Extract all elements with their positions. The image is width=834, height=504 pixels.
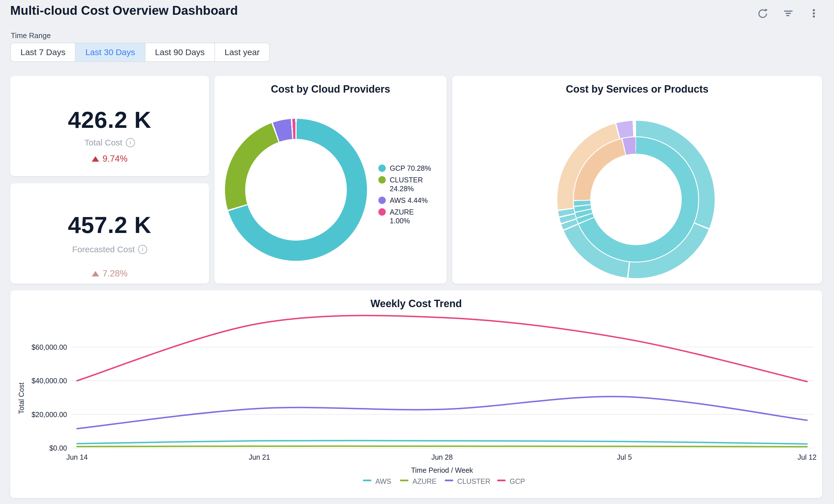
svg-text:Jul 5: Jul 5 xyxy=(617,453,632,461)
total-cost-delta: 9.74% xyxy=(10,154,209,164)
forecasted-cost-label: Forecasted Cost i xyxy=(10,245,209,254)
header-actions xyxy=(757,7,820,19)
forecasted-cost-value: 457.2 K xyxy=(10,212,209,238)
legend-dot xyxy=(378,165,386,172)
legend-dot xyxy=(378,208,386,216)
info-icon[interactable]: i xyxy=(126,138,135,147)
legend-item-azure[interactable]: AZURE 1.00% xyxy=(378,208,435,225)
weekly-trend-card: Weekly Cost Trend $0.00$20,000.00$40,000… xyxy=(10,290,822,498)
arrow-up-icon xyxy=(92,156,99,162)
legend-label: AWS 4.44% xyxy=(390,196,428,205)
svg-text:$60,000.00: $60,000.00 xyxy=(31,343,67,351)
svg-text:GCP: GCP xyxy=(510,477,525,485)
time-range-option-3[interactable]: Last year xyxy=(215,43,269,61)
dashboard-page: Multi-cloud Cost Overview Dashboard Time… xyxy=(0,0,834,504)
kebab-menu-icon[interactable] xyxy=(808,7,820,19)
cost-by-providers-card: Cost by Cloud Providers GCP 70.28%CLUSTE… xyxy=(215,76,446,284)
weekly-trend-chart[interactable]: $0.00$20,000.00$40,000.00$60,000.00Jun 1… xyxy=(10,290,822,498)
svg-text:$20,000.00: $20,000.00 xyxy=(31,411,67,418)
svg-text:Jul 12: Jul 12 xyxy=(798,453,817,461)
time-range-option-0[interactable]: Last 7 Days xyxy=(11,43,75,61)
svg-text:AWS: AWS xyxy=(375,477,391,485)
svg-text:$40,000.00: $40,000.00 xyxy=(31,377,67,385)
legend-label: GCP 70.28% xyxy=(390,164,431,173)
time-range-group: Last 7 DaysLast 30 DaysLast 90 DaysLast … xyxy=(10,43,270,62)
svg-text:Time Period / Week: Time Period / Week xyxy=(411,466,473,474)
forecasted-cost-card: 457.2 K Forecasted Cost i 7.28% xyxy=(10,183,209,284)
legend-item-aws[interactable]: AWS 4.44% xyxy=(378,196,435,205)
svg-text:Jun 21: Jun 21 xyxy=(248,453,270,461)
providers-chart-title: Cost by Cloud Providers xyxy=(215,83,446,95)
time-range-option-2[interactable]: Last 90 Days xyxy=(145,43,215,61)
time-range-label: Time Range xyxy=(11,31,51,40)
legend-dot xyxy=(378,176,386,183)
legend-label: CLUSTER 24.28% xyxy=(390,176,435,193)
refresh-icon[interactable] xyxy=(757,7,769,19)
svg-text:Jun 14: Jun 14 xyxy=(66,453,87,461)
legend-label: AZURE 1.00% xyxy=(390,208,435,225)
providers-donut-chart[interactable] xyxy=(225,119,367,261)
donut-hole xyxy=(245,139,347,241)
filter-icon[interactable] xyxy=(782,7,794,19)
info-icon[interactable]: i xyxy=(138,245,147,254)
services-sunburst-chart[interactable] xyxy=(557,121,715,278)
forecasted-cost-delta: 7.28% xyxy=(10,268,209,279)
providers-legend: GCP 70.28%CLUSTER 24.28%AWS 4.44%AZURE 1… xyxy=(378,164,435,225)
cost-by-services-card: Cost by Services or Products xyxy=(452,76,822,284)
arrow-up-icon xyxy=(92,271,99,277)
svg-text:AZURE: AZURE xyxy=(413,477,437,485)
legend-dot xyxy=(378,197,386,204)
legend-item-gcp[interactable]: GCP 70.28% xyxy=(378,164,435,173)
svg-text:Total Cost: Total Cost xyxy=(17,382,25,414)
total-cost-value: 426.2 K xyxy=(10,107,209,133)
svg-text:Jun 28: Jun 28 xyxy=(431,453,453,461)
sunburst-hole xyxy=(590,154,682,245)
total-cost-label: Total Cost i xyxy=(10,138,209,148)
total-cost-card: 426.2 K Total Cost i 9.74% xyxy=(10,76,209,176)
page-title: Multi-cloud Cost Overview Dashboard xyxy=(10,3,238,18)
services-chart-title: Cost by Services or Products xyxy=(452,83,822,95)
legend-item-cluster[interactable]: CLUSTER 24.28% xyxy=(378,176,435,193)
svg-text:CLUSTER: CLUSTER xyxy=(457,477,490,485)
time-range-option-1[interactable]: Last 30 Days xyxy=(75,43,145,61)
svg-text:$0.00: $0.00 xyxy=(49,444,67,452)
